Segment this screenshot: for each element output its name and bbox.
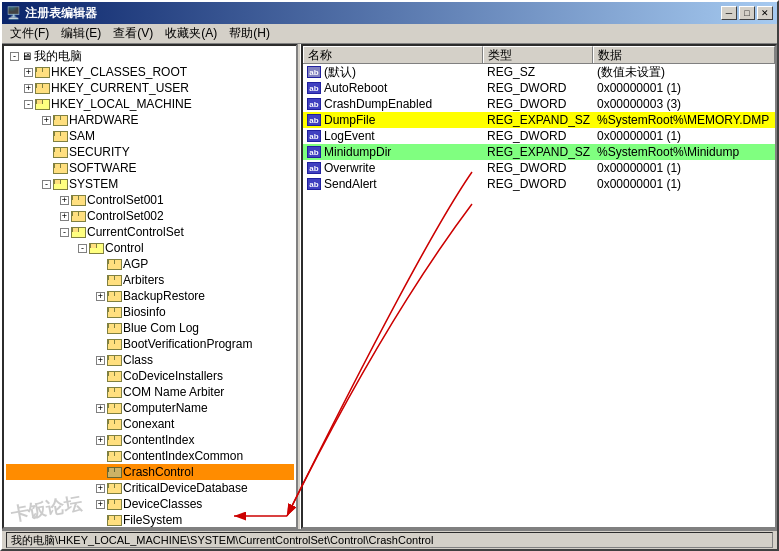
tree-item-comname[interactable]: COM Name Arbiter xyxy=(6,384,294,400)
folder-icon-contentindex xyxy=(107,435,121,446)
tree-item-hkcu[interactable]: + HKEY_CURRENT_USER xyxy=(6,80,294,96)
expander-cs001[interactable]: + xyxy=(60,196,69,205)
tree-item-mycomputer[interactable]: - 🖥 我的电脑 xyxy=(6,48,294,64)
folder-icon-cs001 xyxy=(71,195,85,206)
cell-data-6: 0x00000001 (1) xyxy=(593,161,775,175)
folder-icon-deviceclasses xyxy=(107,499,121,510)
menu-favorites[interactable]: 收藏夹(A) xyxy=(159,23,223,44)
expander-class[interactable]: + xyxy=(96,356,105,365)
reg-icon-3: ab xyxy=(307,114,321,126)
list-item[interactable]: ab DumpFile REG_EXPAND_SZ %SystemRoot%\M… xyxy=(303,112,775,128)
label-bootvp: BootVerificationProgram xyxy=(123,337,252,351)
cell-type-0: REG_SZ xyxy=(483,65,593,79)
label-contentindexcommon: ContentIndexCommon xyxy=(123,449,243,463)
expander-hkcu[interactable]: + xyxy=(24,84,33,93)
tree-item-cs001[interactable]: + ControlSet001 xyxy=(6,192,294,208)
window-controls: ─ □ ✕ xyxy=(721,6,773,20)
header-type[interactable]: 类型 xyxy=(483,46,593,63)
tree-item-criticaldevice[interactable]: + CriticalDeviceDatabase xyxy=(6,480,294,496)
label-hklm: HKEY_LOCAL_MACHINE xyxy=(51,97,192,111)
menu-file[interactable]: 文件(F) xyxy=(4,23,55,44)
tree-item-hardware[interactable]: + HARDWARE xyxy=(6,112,294,128)
folder-icon-contentindexcommon xyxy=(107,451,121,462)
tree-item-software[interactable]: SOFTWARE xyxy=(6,160,294,176)
expander-hkcr[interactable]: + xyxy=(24,68,33,77)
list-item[interactable]: ab MinidumpDir REG_EXPAND_SZ %SystemRoot… xyxy=(303,144,775,160)
tree-item-contentindexcommon[interactable]: ContentIndexCommon xyxy=(6,448,294,464)
label-security: SECURITY xyxy=(69,145,130,159)
tree-item-cs002[interactable]: + ControlSet002 xyxy=(6,208,294,224)
list-item[interactable]: ab AutoReboot REG_DWORD 0x00000001 (1) xyxy=(303,80,775,96)
reg-icon-5: ab xyxy=(307,146,321,158)
cell-type-7: REG_DWORD xyxy=(483,177,593,191)
expander-ccs[interactable]: - xyxy=(60,228,69,237)
tree-item-arbiters[interactable]: Arbiters xyxy=(6,272,294,288)
main-window: 🖥️ 注册表编辑器 ─ □ ✕ 文件(F) 编辑(E) 查看(V) 收藏夹(A)… xyxy=(0,0,779,551)
tree-item-bluecomlog[interactable]: Blue Com Log xyxy=(6,320,294,336)
expander-control[interactable]: - xyxy=(78,244,87,253)
expander-backuprestore[interactable]: + xyxy=(96,292,105,301)
tree-item-crashcontrol[interactable]: CrashControl xyxy=(6,464,294,480)
registry-values-panel: 名称 类型 数据 ab (默认) REG_SZ (数值未设置) xyxy=(301,44,777,529)
cell-type-6: REG_DWORD xyxy=(483,161,593,175)
cell-data-0: (数值未设置) xyxy=(593,64,775,81)
reg-icon-4: ab xyxy=(307,130,321,142)
label-system: SYSTEM xyxy=(69,177,118,191)
registry-values-list[interactable]: ab (默认) REG_SZ (数值未设置) ab AutoReboot REG… xyxy=(303,64,775,527)
tree-item-biosinfo[interactable]: Biosinfo xyxy=(6,304,294,320)
label-arbiters: Arbiters xyxy=(123,273,164,287)
label-cs002: ControlSet002 xyxy=(87,209,164,223)
cell-type-1: REG_DWORD xyxy=(483,81,593,95)
list-item[interactable]: ab SendAlert REG_DWORD 0x00000001 (1) xyxy=(303,176,775,192)
tree-item-hklm[interactable]: - HKEY_LOCAL_MACHINE xyxy=(6,96,294,112)
expander-computername[interactable]: + xyxy=(96,404,105,413)
tree-item-agp[interactable]: AGP xyxy=(6,256,294,272)
tree-item-conexant[interactable]: Conexant xyxy=(6,416,294,432)
status-path: 我的电脑\HKEY_LOCAL_MACHINE\SYSTEM\CurrentCo… xyxy=(6,532,773,548)
tree-item-control[interactable]: - Control xyxy=(6,240,294,256)
expander-criticaldevice[interactable]: + xyxy=(96,484,105,493)
tree-item-class[interactable]: + Class xyxy=(6,352,294,368)
tree-item-filesystem[interactable]: FileSystem xyxy=(6,512,294,528)
label-agp: AGP xyxy=(123,257,148,271)
expander-deviceclasses[interactable]: + xyxy=(96,500,105,509)
expander-hardware[interactable]: + xyxy=(42,116,51,125)
minimize-button[interactable]: ─ xyxy=(721,6,737,20)
expander-cs002[interactable]: + xyxy=(60,212,69,221)
list-item[interactable]: ab LogEvent REG_DWORD 0x00000001 (1) xyxy=(303,128,775,144)
tree-item-system[interactable]: - SYSTEM xyxy=(6,176,294,192)
list-item[interactable]: ab (默认) REG_SZ (数值未设置) xyxy=(303,64,775,80)
folder-icon-hkcr xyxy=(35,67,49,78)
tree-item-sam[interactable]: SAM xyxy=(6,128,294,144)
computer-icon: 🖥 xyxy=(21,50,32,62)
registry-tree[interactable]: - 🖥 我的电脑 + HKEY_CLASSES_ROOT + HKEY_CURR… xyxy=(2,44,297,529)
menu-bar: 文件(F) 编辑(E) 查看(V) 收藏夹(A) 帮助(H) xyxy=(2,24,777,44)
list-item[interactable]: ab CrashDumpEnabled REG_DWORD 0x00000003… xyxy=(303,96,775,112)
status-bar: 我的电脑\HKEY_LOCAL_MACHINE\SYSTEM\CurrentCo… xyxy=(2,529,777,549)
label-deviceclasses: DeviceClasses xyxy=(123,497,202,511)
menu-help[interactable]: 帮助(H) xyxy=(223,23,276,44)
expander-mycomputer[interactable]: - xyxy=(10,52,19,61)
cell-data-3: %SystemRoot%\MEMORY.DMP xyxy=(593,113,775,127)
expander-hklm[interactable]: - xyxy=(24,100,33,109)
menu-edit[interactable]: 编辑(E) xyxy=(55,23,107,44)
tree-item-ccs[interactable]: - CurrentControlSet xyxy=(6,224,294,240)
header-name[interactable]: 名称 xyxy=(303,46,483,63)
close-button[interactable]: ✕ xyxy=(757,6,773,20)
tree-item-security[interactable]: SECURITY xyxy=(6,144,294,160)
label-comname: COM Name Arbiter xyxy=(123,385,224,399)
tree-item-computername[interactable]: + ComputerName xyxy=(6,400,294,416)
tree-item-bootvp[interactable]: BootVerificationProgram xyxy=(6,336,294,352)
tree-item-deviceclasses[interactable]: + DeviceClasses xyxy=(6,496,294,512)
tree-item-backuprestore[interactable]: + BackupRestore xyxy=(6,288,294,304)
list-item[interactable]: ab Overwrite REG_DWORD 0x00000001 (1) xyxy=(303,160,775,176)
expander-system[interactable]: - xyxy=(42,180,51,189)
expander-contentindex[interactable]: + xyxy=(96,436,105,445)
header-data[interactable]: 数据 xyxy=(593,46,775,63)
tree-item-codevice[interactable]: CoDeviceInstallers xyxy=(6,368,294,384)
tree-item-hkcr[interactable]: + HKEY_CLASSES_ROOT xyxy=(6,64,294,80)
tree-item-contentindex[interactable]: + ContentIndex xyxy=(6,432,294,448)
cell-type-4: REG_DWORD xyxy=(483,129,593,143)
maximize-button[interactable]: □ xyxy=(739,6,755,20)
menu-view[interactable]: 查看(V) xyxy=(107,23,159,44)
